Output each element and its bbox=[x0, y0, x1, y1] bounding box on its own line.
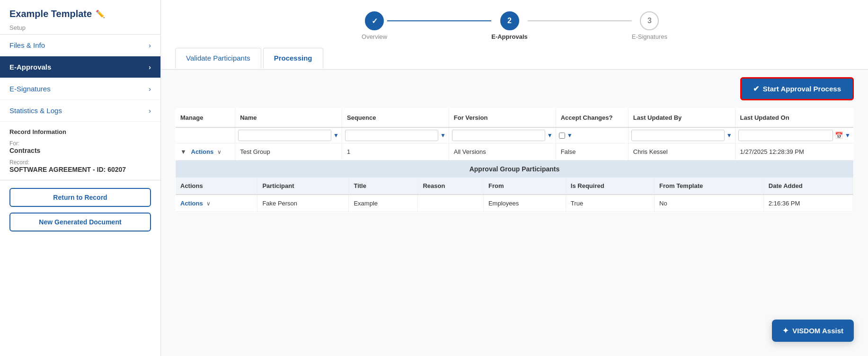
col-for-version: For Version bbox=[449, 108, 556, 128]
step-e-signatures: 3 E-Signatures bbox=[632, 11, 667, 40]
tab-validate-participants[interactable]: Validate Participants bbox=[175, 48, 261, 69]
col-sequence: Sequence bbox=[342, 108, 449, 128]
cell-sequence: 1 bbox=[342, 143, 449, 160]
for-value: Contracts bbox=[9, 147, 151, 154]
filter-sequence: ▼ bbox=[342, 127, 449, 143]
sub-cell-from-template: No bbox=[655, 195, 764, 212]
sidebar-item-e-approvals-label: E-Approvals bbox=[9, 63, 51, 71]
sub-table-row: Approval Group Participants Actions Part… bbox=[176, 160, 854, 213]
table-row: ▼ Actions ∨ Test Group 1 All Versions Fa… bbox=[176, 143, 854, 160]
cell-last-updated-on: 1/27/2025 12:28:39 PM bbox=[735, 143, 853, 160]
sub-col-participant: Participant bbox=[257, 178, 349, 195]
tab-processing[interactable]: Processing bbox=[263, 48, 323, 69]
step-overview: ✓ Overview bbox=[362, 11, 387, 40]
step-e-signatures-circle: 3 bbox=[640, 11, 659, 30]
col-last-updated-on: Last Updated On bbox=[735, 108, 853, 128]
sub-actions-chevron-icon[interactable]: ∨ bbox=[206, 200, 211, 207]
step-line-1 bbox=[387, 20, 491, 21]
record-label: Record: bbox=[9, 159, 151, 166]
for-version-filter-input[interactable] bbox=[452, 130, 545, 141]
tab-processing-label: Processing bbox=[274, 54, 312, 62]
cell-for-version: All Versions bbox=[449, 143, 556, 160]
sidebar-title: Example Template ✏️ bbox=[0, 0, 160, 21]
sidebar-item-e-approvals[interactable]: E-Approvals › bbox=[0, 56, 160, 78]
sub-table-header-row: Actions Participant Title Reason From Is… bbox=[176, 178, 853, 195]
sub-actions-link[interactable]: Actions bbox=[180, 200, 203, 207]
for-version-filter-icon[interactable]: ▼ bbox=[547, 132, 553, 139]
accept-changes-filter-icon[interactable]: ▼ bbox=[567, 132, 573, 139]
sub-table-cell: Approval Group Participants Actions Part… bbox=[176, 160, 854, 213]
sequence-filter-icon[interactable]: ▼ bbox=[440, 132, 446, 139]
last-updated-by-filter-input[interactable] bbox=[631, 130, 725, 141]
cell-manage: ▼ Actions ∨ bbox=[176, 143, 235, 160]
last-updated-on-filter-input[interactable] bbox=[738, 130, 833, 141]
for-label: For: bbox=[9, 140, 151, 147]
accept-changes-filter-checkbox[interactable] bbox=[559, 133, 565, 139]
visdom-assist-label: VISDOM Assist bbox=[792, 327, 843, 335]
filter-row: ▼ ▼ ▼ bbox=[176, 127, 854, 143]
main-content: ✓ Overview 2 E-Approvals 3 E-Signatures … bbox=[161, 0, 868, 356]
filter-accept-changes: ▼ bbox=[556, 127, 628, 143]
sub-cell-actions: Actions ∨ bbox=[176, 195, 257, 212]
main-content-area: ✔ Start Approval Process Manage Name Seq… bbox=[161, 70, 868, 356]
filter-for-version: ▼ bbox=[449, 127, 556, 143]
sidebar-item-files-info-label: Files & Info bbox=[9, 41, 45, 49]
sidebar-item-files-info[interactable]: Files & Info › bbox=[0, 35, 160, 56]
actions-link[interactable]: Actions bbox=[191, 148, 214, 155]
start-approval-process-button[interactable]: ✔ Start Approval Process bbox=[740, 77, 854, 100]
sub-cell-from: Employees bbox=[483, 195, 566, 212]
visdom-sparkle-icon: ✦ bbox=[782, 326, 788, 335]
statistics-logs-chevron-icon: › bbox=[149, 107, 151, 115]
sidebar-item-e-signatures[interactable]: E-Signatures › bbox=[0, 78, 160, 100]
filter-name: ▼ bbox=[235, 127, 342, 143]
sub-col-is-required: Is Required bbox=[566, 178, 654, 195]
col-last-updated-by: Last Updated By bbox=[628, 108, 735, 128]
files-info-chevron-icon: › bbox=[149, 42, 151, 49]
sub-cell-is-required: True bbox=[566, 195, 654, 212]
step-overview-label: Overview bbox=[362, 33, 387, 40]
filter-last-updated-by: ▼ bbox=[628, 127, 735, 143]
cell-name: Test Group bbox=[235, 143, 342, 160]
sub-table-header: Approval Group Participants bbox=[176, 160, 853, 178]
step-e-approvals: 2 E-Approvals bbox=[491, 11, 528, 40]
setup-section-label: Setup bbox=[0, 21, 160, 35]
filter-last-updated-on: 📅 ▼ bbox=[735, 127, 853, 143]
sidebar-item-statistics-logs[interactable]: Statistics & Logs › bbox=[0, 100, 160, 122]
sub-cell-reason bbox=[418, 195, 484, 212]
sub-table-data-row: Actions ∨ Fake Person Example Employees … bbox=[176, 195, 853, 212]
step-line-2 bbox=[528, 20, 632, 21]
sequence-filter-input[interactable] bbox=[345, 130, 438, 141]
sidebar: Example Template ✏️ Setup Files & Info ›… bbox=[0, 0, 161, 356]
last-updated-by-filter-icon[interactable]: ▼ bbox=[726, 132, 732, 139]
return-to-record-button[interactable]: Return to Record bbox=[9, 188, 151, 207]
top-action-bar: ✔ Start Approval Process bbox=[175, 77, 854, 100]
visdom-assist-button[interactable]: ✦ VISDOM Assist bbox=[772, 320, 854, 342]
expand-arrow-icon[interactable]: ▼ bbox=[180, 148, 186, 155]
filter-manage bbox=[176, 127, 235, 143]
e-signatures-chevron-icon: › bbox=[149, 85, 151, 93]
last-updated-on-filter-icon[interactable]: ▼ bbox=[845, 132, 850, 139]
sub-col-actions: Actions bbox=[176, 178, 257, 195]
new-generated-document-button[interactable]: New Generated Document bbox=[9, 213, 151, 231]
main-table: Manage Name Sequence For Version Accept … bbox=[175, 108, 854, 213]
start-approval-check-icon: ✔ bbox=[753, 84, 759, 93]
name-filter-icon[interactable]: ▼ bbox=[333, 132, 339, 139]
start-approval-label: Start Approval Process bbox=[763, 85, 841, 93]
sub-cell-date-added: 2:16:36 PM bbox=[763, 195, 853, 212]
sub-col-reason: Reason bbox=[418, 178, 484, 195]
step-e-approvals-circle: 2 bbox=[500, 11, 519, 30]
col-name: Name bbox=[235, 108, 342, 128]
tabs-bar: Validate Participants Processing bbox=[161, 48, 868, 70]
step-overview-circle: ✓ bbox=[365, 11, 384, 30]
sidebar-item-statistics-logs-label: Statistics & Logs bbox=[9, 107, 62, 115]
step-e-signatures-label: E-Signatures bbox=[632, 33, 667, 40]
actions-chevron-icon[interactable]: ∨ bbox=[217, 149, 221, 155]
name-filter-input[interactable] bbox=[238, 130, 331, 141]
step-e-approvals-label: E-Approvals bbox=[491, 33, 528, 40]
record-information: Record Information For: Contracts Record… bbox=[0, 122, 160, 180]
sub-col-title: Title bbox=[349, 178, 418, 195]
sub-col-date-added: Date Added bbox=[763, 178, 853, 195]
edit-icon[interactable]: ✏️ bbox=[96, 9, 105, 18]
col-accept-changes: Accept Changes? bbox=[556, 108, 628, 128]
calendar-icon[interactable]: 📅 bbox=[835, 132, 843, 139]
